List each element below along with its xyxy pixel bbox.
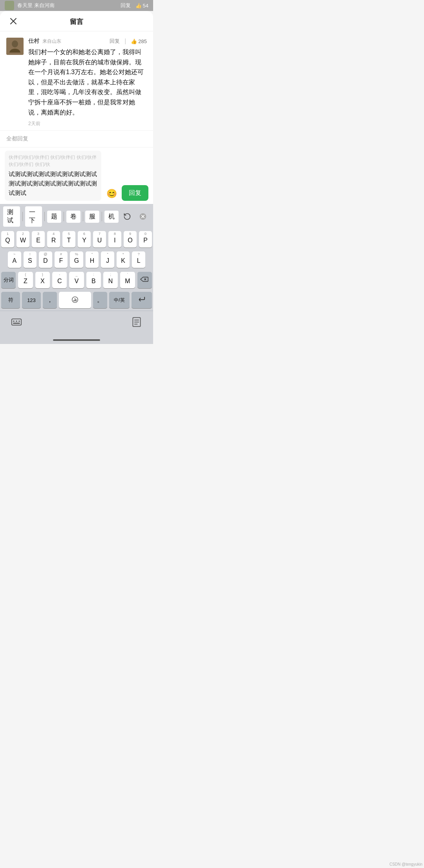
suggestion-1[interactable]: 一下	[25, 206, 42, 227]
suggestion-2[interactable]: 题	[47, 211, 61, 223]
comment-avatar	[6, 38, 24, 55]
keyboard: 测试 一下 题 卷 服 机	[0, 204, 153, 344]
suggestion-divider-3	[83, 212, 83, 221]
key-row-2: ~A !S @D #F %G "H "J *K ?L	[0, 249, 153, 270]
key-enter[interactable]	[132, 292, 152, 308]
key-p[interactable]: 0P	[139, 231, 152, 247]
divider-section: 全都回复	[0, 130, 153, 147]
comment-sheet: 留言 仕村 来自山东 回复 | 👍	[0, 11, 153, 204]
suggestion-divider-1	[44, 212, 45, 221]
key-y[interactable]: 6Y	[78, 231, 91, 247]
key-space[interactable]	[59, 292, 91, 308]
key-i[interactable]: 8I	[108, 231, 121, 247]
like-icon: 👍	[135, 3, 142, 9]
key-row-3: 分词 (Z )X -C _V :B ;N `M	[0, 270, 153, 290]
key-f[interactable]: #F	[55, 251, 68, 268]
comment-actions: 回复 | 👍 285	[110, 38, 147, 45]
key-row-bottom: 符 123 ， 。 中/英	[0, 290, 153, 311]
key-symbol[interactable]: 符	[1, 292, 20, 308]
likes-count: 285	[138, 38, 147, 44]
bg-likes-count: 54	[143, 3, 148, 9]
comment-author: 仕村	[28, 38, 39, 45]
comment-location: 来自山东	[42, 38, 61, 45]
key-backspace[interactable]	[137, 272, 152, 288]
like-thumb-icon: 👍	[131, 38, 137, 44]
key-t[interactable]: 5T	[62, 231, 75, 247]
key-b[interactable]: :B	[86, 272, 101, 288]
svg-rect-15	[18, 321, 20, 322]
author-row: 仕村 来自山东	[28, 38, 61, 45]
key-lang[interactable]: 中/英	[109, 292, 130, 308]
key-j[interactable]: "J	[101, 251, 114, 268]
input-hint: 伙伴们/伙们/伙伴们 伙们/伙伴们 伙们/伙伴 伙们/伙伴们 伙们/伙	[9, 154, 97, 168]
comment-body: 仕村 来自山东 回复 | 👍 285 我们村一个女的和她老公离婚了，我得叫她婶子…	[28, 38, 147, 127]
key-m[interactable]: `M	[120, 272, 135, 288]
note-icon[interactable]	[128, 313, 145, 331]
divider-label: 全都回复	[6, 134, 147, 144]
key-s[interactable]: !S	[24, 251, 37, 268]
comment-meta: 仕村 来自山东 回复 | 👍 285	[28, 38, 147, 45]
svg-rect-13	[13, 321, 15, 322]
key-q[interactable]: 1Q	[1, 231, 14, 247]
bg-likes: 👍 54	[135, 3, 148, 9]
key-d[interactable]: @D	[39, 251, 52, 268]
comment-time: 2天前	[28, 120, 147, 127]
home-indicator	[0, 338, 153, 344]
svg-rect-14	[16, 321, 17, 322]
suggestion-icon-group	[120, 210, 150, 223]
loop-icon[interactable]	[120, 210, 134, 223]
suggestion-4[interactable]: 服	[85, 211, 99, 223]
submit-button[interactable]: 回复	[122, 185, 148, 201]
key-v[interactable]: _V	[69, 272, 84, 288]
key-period[interactable]: 。	[93, 292, 107, 308]
close-button[interactable]	[8, 16, 19, 27]
reply-button[interactable]: 回复	[110, 38, 120, 45]
emoji-button[interactable]: 😊	[104, 187, 119, 201]
key-h[interactable]: "H	[86, 251, 99, 268]
key-x[interactable]: )X	[35, 272, 50, 288]
suggestion-divider-4	[102, 212, 102, 221]
key-123[interactable]: 123	[22, 292, 41, 308]
key-w[interactable]: 2W	[16, 231, 29, 247]
key-comma[interactable]: ，	[43, 292, 57, 308]
input-area: 伙伴们/伙们/伙伴们 伙们/伙伴们 伙们/伙伴 伙们/伙伴们 伙们/伙 试测试测…	[0, 147, 153, 204]
key-k[interactable]: *K	[117, 251, 130, 268]
input-content[interactable]: 试测试测试测试测试测试测试测试 测试测试测试测试测试测试测试测 试测试	[9, 169, 97, 198]
suggestion-divider-2	[64, 212, 64, 221]
bg-author-text: 春天里 来自河南	[17, 2, 117, 9]
suggestions-row: 测试 一下 题 卷 服 机	[0, 204, 153, 229]
key-u[interactable]: 7U	[93, 231, 106, 247]
svg-rect-4	[6, 38, 24, 55]
suggestion-0[interactable]: 测试	[3, 206, 20, 227]
clear-suggestion-icon[interactable]	[136, 210, 150, 223]
keyboard-toggle-icon[interactable]	[8, 313, 25, 331]
key-g[interactable]: %G	[70, 251, 83, 268]
suggestion-3[interactable]: 卷	[66, 211, 80, 223]
comment-likes[interactable]: 👍 285	[131, 38, 147, 44]
key-l[interactable]: ?L	[132, 251, 145, 268]
key-c[interactable]: -C	[52, 272, 67, 288]
key-a[interactable]: ~A	[8, 251, 21, 268]
sheet-header: 留言	[0, 11, 153, 31]
key-e[interactable]: 3E	[32, 231, 45, 247]
bg-actions: 回复 👍 54	[121, 2, 148, 9]
home-bar	[53, 339, 100, 341]
key-n[interactable]: ;N	[103, 272, 118, 288]
background-top-bar: 春天里 来自河南 回复 👍 54	[0, 0, 153, 11]
keyboard-bottom-bar	[0, 311, 153, 338]
svg-rect-12	[12, 319, 22, 325]
suggestion-divider-0	[22, 212, 23, 221]
svg-rect-16	[13, 323, 20, 324]
key-row-1: 1Q 2W 3E 4R 5T 6Y 7U 8I 9O 0P	[0, 229, 153, 249]
comment-text: 我们村一个女的和她老公离婚了，我得叫她婶子，目前在我所在的城市做保姆。现在一个月…	[28, 47, 147, 117]
comment-input[interactable]: 伙伴们/伙们/伙伴们 伙们/伙伴们 伙们/伙伴 伙们/伙伴们 伙们/伙 试测试测…	[5, 151, 101, 201]
key-r[interactable]: 4R	[47, 231, 60, 247]
bg-avatar	[5, 1, 14, 10]
suggestion-5[interactable]: 机	[104, 211, 119, 223]
comment-card: 仕村 来自山东 回复 | 👍 285 我们村一个女的和她老公离婚了，我得叫她婶子…	[0, 31, 153, 130]
key-fenci[interactable]: 分词	[1, 272, 16, 288]
key-z[interactable]: (Z	[18, 272, 33, 288]
key-o[interactable]: 9O	[124, 231, 137, 247]
sheet-title: 留言	[70, 17, 83, 26]
bg-reply-label: 回复	[121, 2, 131, 9]
